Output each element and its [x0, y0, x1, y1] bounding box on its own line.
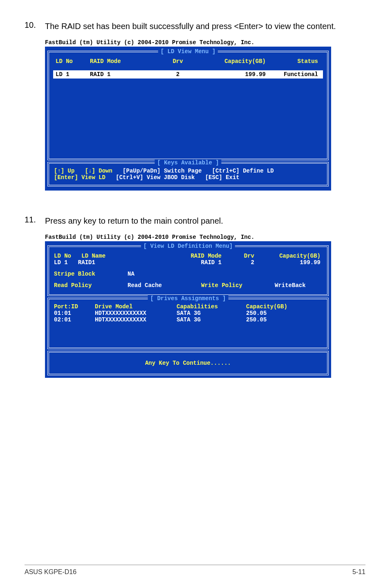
dr-caps: SATA 3G	[177, 310, 246, 316]
terminal-caption-2: FastBuild (tm) Utility (c) 2004-2010 Pro…	[45, 234, 331, 240]
dr-h-cap: Capacity(GB)	[246, 303, 322, 310]
step-10: 10. The RAID set has been built successf…	[25, 20, 365, 32]
ld-def-box: [ View LD Definition Menu] LD No LD Name…	[47, 245, 329, 296]
drives-row: 02:01 HDTXXXXXXXXXXXX SATA 3G 250.05	[54, 316, 322, 323]
footer-left: ASUS KGPE-D16	[25, 568, 76, 576]
ld-view-row[interactable]: LD 1 RAID 1 2 199.99 Functional	[53, 70, 323, 79]
dr-cap: 250.05	[246, 310, 322, 316]
def-r-mode: RAID 1	[152, 259, 222, 266]
drives-row: 01:01 HDTXXXXXXXXXXXX SATA 3G 250.05	[54, 310, 322, 316]
def-na: NA	[128, 271, 201, 277]
def-h-mode: RAID Mode	[152, 253, 222, 259]
keys-line-2: [Enter] View LD [Ctrl+V] View JBOD Disk …	[54, 174, 322, 181]
ld-view-title: [ LD View Menu ]	[158, 48, 218, 55]
ld-def-title: [ View LD Definition Menu]	[141, 243, 235, 249]
key-switch-page: [PaUp/PaDn] Switch Page	[123, 168, 202, 174]
dr-port: 01:01	[54, 310, 95, 316]
dr-model: HDTXXXXXXXXXXXX	[95, 310, 177, 316]
key-down: [↓] Down	[85, 168, 112, 174]
def-r-cap: 199.99	[254, 259, 322, 266]
hdr-status: Status	[274, 58, 323, 65]
hdr-drv: Drv	[151, 58, 204, 65]
def-stripe-block: Stripe Block	[54, 271, 128, 277]
dr-caps: SATA 3G	[177, 316, 246, 323]
key-up: [↑] Up	[54, 168, 74, 174]
step-number: 11.	[25, 215, 45, 227]
def-read-cache: Read Cache	[128, 282, 201, 289]
def-r-drv: 2	[222, 259, 254, 266]
continue-text: Any Key To Continue......	[145, 360, 231, 366]
def-stripe-row: Stripe Block NA	[54, 271, 322, 277]
cell-status: Functional	[274, 71, 323, 78]
def-r-ldno: LD 1	[54, 259, 68, 266]
step-11: 11. Press any key to return to the main …	[25, 215, 365, 227]
dr-h-caps: Capabilities	[177, 303, 246, 310]
page-footer: ASUS KGPE-D16 5-11	[25, 565, 365, 576]
keys-line-1: [↑] Up [↓] Down [PaUp/PaDn] Switch Page …	[54, 168, 322, 174]
terminal-screen-2: [ View LD Definition Menu] LD No LD Name…	[45, 241, 331, 378]
terminal-caption: FastBuild (tm) Utility (c) 2004-2010 Pro…	[45, 39, 331, 46]
ld-view-box: [ LD View Menu ] LD No RAID Mode Drv Cap…	[47, 51, 329, 160]
key-define-ld: [Ctrl+C] Define LD	[212, 168, 274, 174]
footer-right: 5-11	[352, 568, 365, 576]
keys-title: [ Keys Available ]	[155, 159, 221, 166]
cell-cap: 199.99	[204, 71, 274, 78]
cell-mode: RAID 1	[90, 71, 151, 78]
def-policy-row: Read Policy Read Cache Write Policy Writ…	[54, 282, 322, 289]
keys-box: [ Keys Available ] [↑] Up [↓] Down [PaUp…	[47, 162, 329, 186]
dr-cap: 250.05	[246, 316, 322, 323]
def-r-ldname: RAID1	[78, 259, 95, 266]
dr-port: 02:01	[54, 316, 95, 323]
def-header-row: LD No LD Name RAID Mode Drv Capacity(GB)	[54, 253, 322, 259]
dr-h-port: Port:ID	[54, 303, 95, 310]
key-enter: [Enter] View LD	[54, 174, 105, 181]
drives-title: [ Drives Assignments ]	[148, 295, 229, 302]
hdr-mode: RAID Mode	[90, 58, 151, 65]
def-h-ldname: LD Name	[81, 253, 105, 259]
dr-h-model: Drive Model	[95, 303, 177, 310]
continue-box[interactable]: Any Key To Continue......	[47, 351, 329, 375]
hdr-ldno: LD No	[53, 58, 90, 65]
ld-view-header: LD No RAID Mode Drv Capacity(GB) Status	[53, 58, 323, 65]
def-writeback: WriteBack	[275, 282, 322, 289]
key-esc: [ESC] Exit	[205, 174, 240, 181]
def-h-cap: Capacity(GB)	[254, 253, 322, 259]
terminal-screen-1: [ LD View Menu ] LD No RAID Mode Drv Cap…	[45, 47, 331, 191]
drives-header: Port:ID Drive Model Capabilities Capacit…	[54, 303, 322, 310]
hdr-cap: Capacity(GB)	[204, 58, 274, 65]
cell-drv: 2	[151, 71, 204, 78]
step-number: 10.	[25, 20, 45, 32]
def-write-policy: Write Policy	[201, 282, 275, 289]
def-data-row: LD 1 RAID1 RAID 1 2 199.99	[54, 259, 322, 266]
drives-box: [ Drives Assignments ] Port:ID Drive Mod…	[47, 298, 329, 349]
cell-ldno: LD 1	[53, 71, 90, 78]
def-read-policy: Read Policy	[54, 282, 128, 289]
dr-model: HDTXXXXXXXXXXXX	[95, 316, 177, 323]
step-text: The RAID set has been built successfully…	[45, 20, 336, 32]
def-h-drv: Drv	[222, 253, 254, 259]
def-h-ldno: LD No	[54, 253, 71, 259]
step-text: Press any key to return to the main cont…	[45, 215, 223, 227]
key-view-jbod: [Ctrl+V] View JBOD Disk	[116, 174, 195, 181]
